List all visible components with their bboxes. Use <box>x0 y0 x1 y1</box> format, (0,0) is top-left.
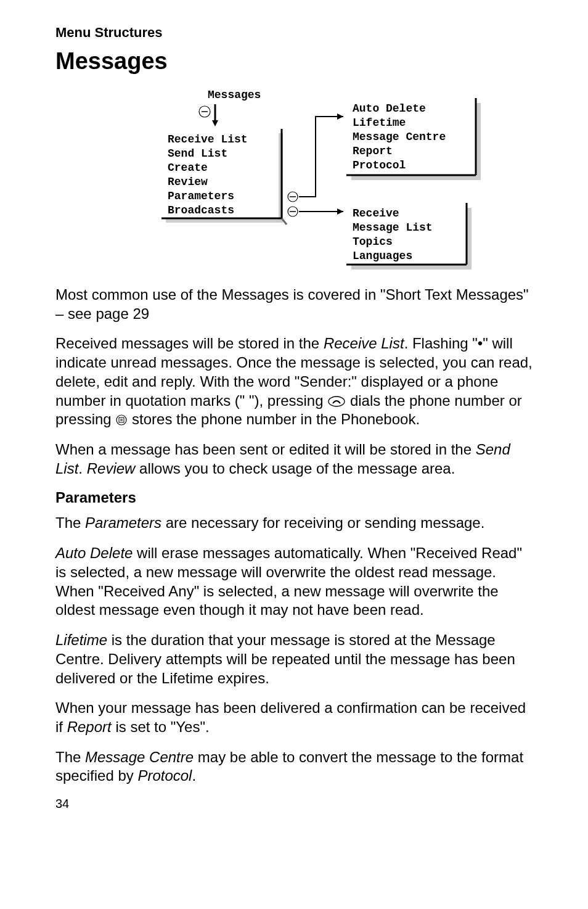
diagram-top-label: Messages <box>208 89 261 101</box>
left-item-1: Send List <box>168 147 227 160</box>
paragraph-5: Auto Delete will erase messages automati… <box>55 544 533 620</box>
p8-text-a: The <box>55 749 85 765</box>
p8-protocol: Protocol <box>137 767 192 784</box>
call-icon <box>327 395 346 408</box>
tr-item-2: Message Centre <box>353 131 446 143</box>
p7-report: Report <box>67 718 112 735</box>
p4-parameters: Parameters <box>85 514 161 531</box>
p3-text-a: When a message has been sent or edited i… <box>55 441 476 458</box>
tr-item-1: Lifetime <box>353 117 406 129</box>
p4-text-c: are necessary for receiving or sending m… <box>161 514 484 531</box>
left-item-3: Review <box>168 176 208 188</box>
select-icon <box>199 106 210 117</box>
left-item-2: Create <box>168 162 208 174</box>
svg-marker-14 <box>337 113 343 120</box>
subhead-parameters: Parameters <box>55 489 533 506</box>
p8-message-centre: Message Centre <box>85 749 194 765</box>
p3-review: Review <box>87 460 136 477</box>
tr-item-3: Report <box>353 145 393 157</box>
br-item-3: Languages <box>353 250 412 262</box>
select-icon-broadcasts <box>288 207 298 216</box>
paragraph-2: Received messages will be stored in the … <box>55 334 533 429</box>
left-item-5: Broadcasts <box>168 204 234 216</box>
p7-text-c: is set to "Yes". <box>112 718 210 735</box>
br-item-0: Receive <box>353 207 399 220</box>
p8-text-e: . <box>192 767 196 784</box>
select-icon-parameters <box>288 192 298 202</box>
paragraph-4: The Parameters are necessary for receivi… <box>55 514 533 533</box>
p2-receive-list: Receive List <box>324 335 404 352</box>
p6-text-b: is the duration that your message is sto… <box>55 631 515 686</box>
p3-text-c: . <box>78 460 86 477</box>
svg-rect-27 <box>119 417 124 422</box>
svg-point-26 <box>116 415 126 425</box>
p3-text-e: allows you to check usage of the message… <box>135 460 455 477</box>
paragraph-8: The Message Centre may be able to conver… <box>55 748 533 786</box>
paragraph-1: Most common use of the Messages is cover… <box>55 286 533 323</box>
page-title: Messages <box>55 48 533 75</box>
diagram-top-right-box: Auto Delete Lifetime Message Centre Repo… <box>346 98 481 180</box>
left-item-0: Receive List <box>168 133 248 146</box>
p6-lifetime: Lifetime <box>55 631 107 648</box>
svg-marker-3 <box>212 120 218 126</box>
paragraph-6: Lifetime is the duration that your messa… <box>55 631 533 688</box>
br-item-1: Message List <box>353 221 433 234</box>
paragraph-7: When your message has been delivered a c… <box>55 699 533 736</box>
paragraph-3: When a message has been sent or edited i… <box>55 440 533 478</box>
phonebook-icon <box>115 414 128 426</box>
page-header: Menu Structures <box>55 25 533 41</box>
p2-text-e: stores the phone number in the Phonebook… <box>132 411 420 427</box>
p5-auto-delete: Auto Delete <box>55 545 133 561</box>
diagram-left-box: Receive List Send List Create Review Par… <box>161 129 287 224</box>
messages-diagram: Messages Receive List Send List Create R… <box>97 86 491 271</box>
left-item-4: Parameters <box>168 190 234 202</box>
tr-item-0: Auto Delete <box>353 102 426 115</box>
p2-text-a: Received messages will be stored in the <box>55 335 324 352</box>
p4-text-a: The <box>55 514 85 531</box>
tr-item-4: Protocol <box>353 159 406 171</box>
page-number: 34 <box>55 797 533 811</box>
diagram-bottom-right-box: Receive Message List Topics Languages <box>346 203 472 269</box>
br-item-2: Topics <box>353 236 393 248</box>
svg-marker-16 <box>337 208 343 215</box>
